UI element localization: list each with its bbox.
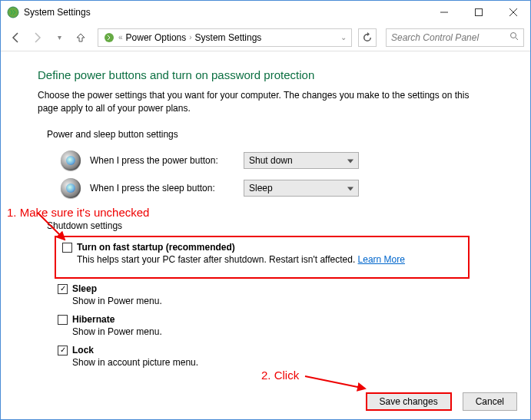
save-changes-button[interactable]: Save changes (366, 392, 452, 411)
app-icon (7, 6, 19, 18)
window-title: System Settings (24, 7, 426, 18)
minimize-button[interactable] (426, 1, 461, 24)
titlebar: System Settings (1, 1, 530, 24)
chevron-icon: « (118, 33, 123, 41)
annotation-step1: 1. Make sure it's unchecked (7, 206, 493, 219)
fast-startup-highlight: Turn on fast startup (recommended) This … (55, 236, 470, 279)
sleep-icon (61, 178, 81, 198)
sleep-button-label: When I press the sleep button: (90, 183, 244, 193)
fast-startup-checkbox[interactable] (62, 243, 72, 253)
breadcrumb[interactable]: « Power Options › System Settings ⌄ (98, 28, 352, 47)
breadcrumb-item[interactable]: System Settings (195, 32, 262, 43)
hibernate-desc: Show in Power menu. (72, 326, 162, 337)
page-intro: Choose the power settings that you want … (38, 89, 476, 115)
hibernate-title: Hibernate (72, 314, 162, 325)
hibernate-checkbox[interactable] (58, 315, 68, 325)
up-button[interactable] (71, 28, 90, 47)
annotation-step2: 2. Click (261, 369, 299, 382)
power-button-row: When I press the power button: Shut down (61, 150, 493, 170)
search-icon (509, 31, 519, 43)
lock-checkbox[interactable] (58, 346, 68, 356)
sleep-button-row: When I press the sleep button: Sleep (61, 178, 493, 198)
maximize-button[interactable] (461, 1, 496, 24)
svg-point-0 (8, 7, 18, 18)
svg-point-5 (105, 33, 114, 42)
group-title-buttons: Power and sleep button settings (47, 129, 493, 140)
cancel-button[interactable]: Cancel (463, 392, 517, 411)
breadcrumb-item[interactable]: Power Options (126, 32, 187, 43)
back-button[interactable] (7, 28, 25, 47)
lock-title: Lock (72, 345, 198, 356)
chevron-down-icon[interactable]: ⌄ (340, 33, 347, 41)
footer: Save changes Cancel (366, 392, 517, 411)
search-placeholder: Search Control Panel (391, 32, 509, 43)
breadcrumb-icon (103, 31, 115, 44)
svg-rect-2 (475, 9, 482, 16)
toolbar: ▾ « Power Options › System Settings ⌄ Se… (1, 24, 530, 51)
power-button-select[interactable]: Shut down (244, 152, 359, 169)
chevron-icon: › (189, 33, 191, 41)
learn-more-link[interactable]: Learn More (358, 254, 405, 265)
sleep-button-select[interactable]: Sleep (244, 180, 359, 197)
sleep-cb-desc: Show in Power menu. (72, 296, 162, 306)
search-input[interactable]: Search Control Panel (386, 28, 524, 47)
lock-desc: Show in account picture menu. (72, 357, 198, 368)
forward-button[interactable] (28, 28, 47, 47)
close-button[interactable] (496, 1, 530, 24)
sleep-checkbox[interactable] (58, 284, 68, 294)
page-heading: Define power buttons and turn on passwor… (38, 68, 493, 81)
power-icon (61, 150, 81, 170)
annotation-arrow-2 (304, 372, 373, 395)
svg-line-9 (305, 376, 365, 389)
recent-dropdown[interactable]: ▾ (50, 28, 68, 47)
sleep-cb-title: Sleep (72, 283, 162, 294)
fast-startup-desc: This helps start your PC faster after sh… (77, 254, 405, 265)
power-button-label: When I press the power button: (90, 155, 244, 166)
svg-line-7 (516, 38, 518, 40)
refresh-button[interactable] (358, 28, 377, 47)
svg-point-6 (511, 33, 516, 38)
fast-startup-title: Turn on fast startup (recommended) (77, 242, 405, 253)
group-title-shutdown: Shutdown settings (47, 220, 493, 231)
